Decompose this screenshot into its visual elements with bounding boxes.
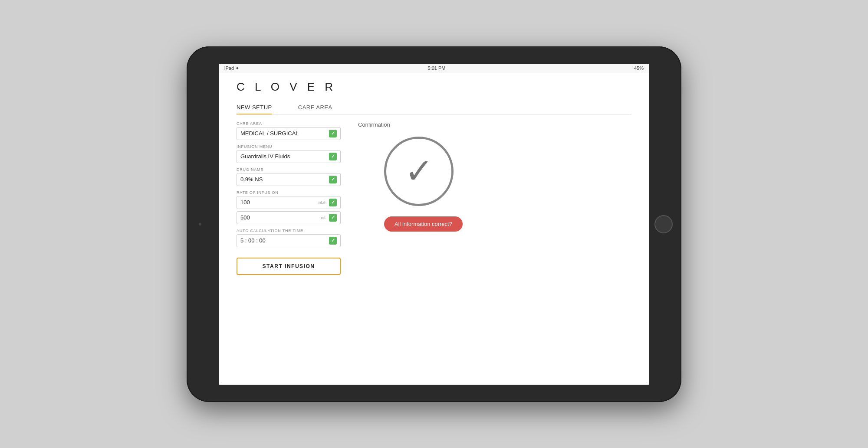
status-bar: iPad ✦ 5:01 PM 45% xyxy=(219,64,649,73)
auto-calc-group: AUTO CALCULATION THE TIME 5 : 00 : 00 xyxy=(237,229,341,247)
drug-name-group: DRUG NAME 0.9% NS xyxy=(237,167,341,186)
care-area-check-icon xyxy=(329,130,337,137)
volume-value-input[interactable]: 500 mL xyxy=(237,211,341,224)
left-panel: CARE AREA MEDICAL / SURGICAL INFUSION ME… xyxy=(237,121,341,376)
time-display[interactable]: 5 : 00 : 00 xyxy=(237,234,341,247)
care-area-group: CARE AREA MEDICAL / SURGICAL xyxy=(237,121,341,140)
drug-name-value: 0.9% NS xyxy=(240,176,329,183)
time-check-icon xyxy=(329,237,337,245)
camera-dot xyxy=(199,223,201,226)
infusion-menu-check-icon xyxy=(329,153,337,160)
status-right: 45% xyxy=(634,65,644,71)
infusion-menu-group: INFUSION MENU Guardrails IV Fluids xyxy=(237,144,341,163)
nav-tabs: NEW SETUP CARE AREA xyxy=(237,101,631,114)
care-area-label: CARE AREA xyxy=(237,121,341,126)
start-infusion-button[interactable]: START INFUSION xyxy=(237,258,341,275)
confirmation-label: Confirmation xyxy=(358,121,390,128)
auto-calc-label: AUTO CALCULATION THE TIME xyxy=(237,229,341,233)
drug-name-label: DRUG NAME xyxy=(237,167,341,172)
rate-value-input[interactable]: 100 mL/h xyxy=(237,196,341,209)
rate-unit: mL/h xyxy=(318,200,326,205)
status-time: 5:01 PM xyxy=(428,65,446,71)
tab-care-area[interactable]: CARE AREA xyxy=(298,101,332,114)
infusion-menu-value: Guardrails IV Fluids xyxy=(240,153,329,160)
app-logo: C L O V E R xyxy=(237,80,631,94)
rate-of-infusion-label: RATE OF INFUSION xyxy=(237,190,341,195)
status-left: iPad ✦ xyxy=(224,65,239,71)
infusion-menu-input[interactable]: Guardrails IV Fluids xyxy=(237,150,341,163)
right-panel: Confirmation ✓ All information correct? xyxy=(358,121,631,376)
rate-of-infusion-group: RATE OF INFUSION 100 mL/h 500 mL xyxy=(237,190,341,224)
home-button[interactable] xyxy=(654,215,673,233)
tablet-device: iPad ✦ 5:01 PM 45% C L O V E R NEW SETUP… xyxy=(187,46,681,402)
time-value: 5 : 00 : 00 xyxy=(240,237,329,244)
confirm-button[interactable]: All information correct? xyxy=(384,216,463,232)
care-area-input[interactable]: MEDICAL / SURGICAL xyxy=(237,127,341,140)
checkmark-circle: ✓ xyxy=(384,137,454,206)
tablet-screen: iPad ✦ 5:01 PM 45% C L O V E R NEW SETUP… xyxy=(219,64,649,385)
rate-check-icon xyxy=(329,199,337,206)
app-content: C L O V E R NEW SETUP CARE AREA xyxy=(219,73,649,385)
drug-name-check-icon xyxy=(329,176,337,183)
drug-name-input[interactable]: 0.9% NS xyxy=(237,173,341,186)
rate-fields: 100 mL/h 500 mL xyxy=(237,196,341,224)
tab-new-setup[interactable]: NEW SETUP xyxy=(237,101,272,114)
app-header: C L O V E R NEW SETUP CARE AREA xyxy=(219,73,649,114)
main-layout: CARE AREA MEDICAL / SURGICAL INFUSION ME… xyxy=(219,114,649,385)
status-device: iPad ✦ xyxy=(224,65,239,71)
volume-unit: mL xyxy=(321,216,326,220)
infusion-menu-label: INFUSION MENU xyxy=(237,144,341,149)
rate-value: 100 xyxy=(240,199,318,206)
volume-value: 500 xyxy=(240,214,321,221)
battery-level: 45% xyxy=(634,65,644,71)
checkmark-symbol: ✓ xyxy=(404,154,434,189)
volume-check-icon xyxy=(329,214,337,222)
care-area-value: MEDICAL / SURGICAL xyxy=(240,130,329,137)
